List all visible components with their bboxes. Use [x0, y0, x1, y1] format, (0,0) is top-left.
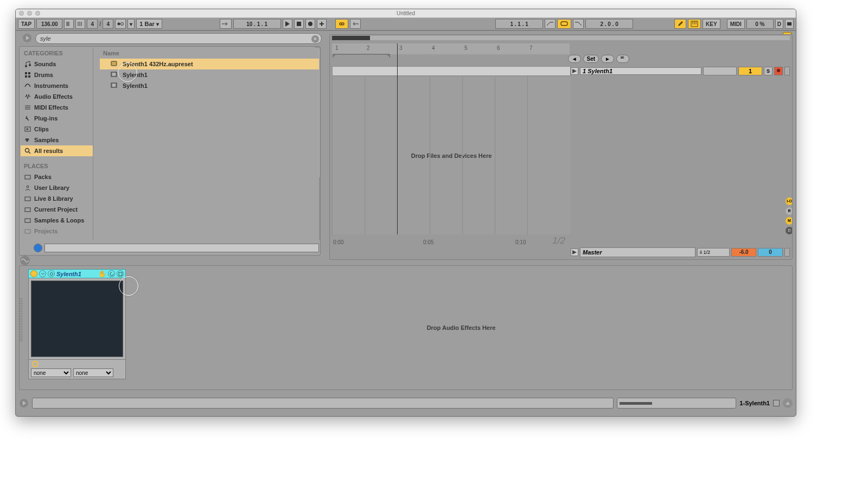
play-button[interactable] [283, 19, 292, 29]
svg-point-15 [25, 149, 29, 152]
place-user-library[interactable]: User Library [21, 182, 93, 193]
device-view-handle[interactable] [19, 298, 23, 342]
nudge-down-button[interactable] [64, 19, 74, 29]
clear-search-button[interactable]: ✕ [311, 35, 319, 43]
detail-view-play[interactable] [19, 398, 29, 408]
io-toggle[interactable]: I-O [786, 197, 793, 205]
delay-toggle[interactable]: D [786, 227, 793, 234]
automation-arm-button[interactable] [335, 19, 348, 29]
arrangement-position[interactable]: 10 . 1 . 1 [233, 19, 281, 29]
place-current-project[interactable]: Current Project [21, 204, 93, 215]
quantize-menu[interactable]: 1 Bar ▾ [136, 19, 162, 29]
draw-mode-button[interactable] [674, 19, 686, 29]
place-live-8-library[interactable]: Live 8 Library [21, 193, 93, 204]
punch-out-button[interactable] [573, 19, 584, 29]
set-locator-button[interactable]: Set [583, 55, 599, 63]
metronome-button[interactable] [115, 19, 126, 29]
drop-effects-area[interactable]: Drop Audio Effects Here [133, 269, 789, 386]
overview[interactable] [332, 36, 790, 40]
category-samples[interactable]: Samples [21, 135, 93, 145]
loop-button[interactable] [557, 19, 571, 29]
folder-icon [24, 217, 31, 224]
track-activator[interactable]: 1 [738, 67, 762, 75]
browser-preview-play[interactable] [22, 33, 32, 43]
stop-button[interactable] [294, 19, 304, 29]
tempo-field[interactable]: 136.00 [36, 19, 62, 29]
loop-start[interactable]: 1 . 1 . 1 [495, 19, 543, 29]
minimize-icon[interactable] [27, 11, 32, 16]
device-activator[interactable] [30, 270, 37, 277]
punch-in-button[interactable] [545, 19, 556, 29]
midi-map-button[interactable]: MIDI [727, 19, 745, 29]
overdub-button[interactable] [317, 19, 327, 29]
loop-length[interactable]: 2 . 0 . 0 [585, 19, 633, 29]
category-midi-effects[interactable]: MIDI Effects [21, 102, 93, 113]
category-all-results[interactable]: All results [21, 145, 93, 156]
category-clips[interactable]: Clips [21, 124, 93, 135]
nudge-up-button[interactable] [75, 19, 85, 29]
browser-search[interactable]: ✕ [35, 33, 322, 44]
key-map-button[interactable]: KEY [703, 19, 720, 29]
app-window: Untitled TAP 136.00 4 / 4 ▾ 1 Bar ▾ 10 .… [15, 9, 796, 417]
preview-toggle[interactable] [34, 244, 42, 252]
preset-select-b[interactable]: none [73, 368, 113, 377]
reenable-automation-button[interactable] [350, 19, 361, 29]
mixer-toggle[interactable]: M [786, 217, 793, 225]
category-instruments[interactable]: Instruments [21, 80, 93, 91]
zoom-icon[interactable] [35, 11, 40, 16]
metronome-dropdown[interactable]: ▾ [127, 19, 135, 29]
drop-files-area[interactable]: Drop Files and Devices Here [332, 77, 571, 234]
master-stop-button[interactable] [571, 248, 578, 256]
device-unfold-button[interactable] [117, 270, 124, 277]
time-ruler[interactable]: 0:00 0:05 0:10 [332, 237, 571, 245]
clip-detail-toggle[interactable] [783, 398, 793, 408]
returns-toggle[interactable]: R [786, 207, 793, 215]
time-sig-numerator[interactable]: 4 [87, 19, 98, 29]
groove-pool-toggle[interactable] [20, 256, 30, 265]
device-hot-swap-button[interactable] [48, 270, 55, 277]
preset-select-a[interactable]: none [31, 368, 71, 377]
category-sounds[interactable]: Sounds [21, 59, 93, 69]
device-save-button[interactable] [108, 270, 115, 277]
device-show-plugin-button[interactable] [39, 270, 46, 277]
place-projects[interactable]: Projects [21, 226, 93, 237]
category-drums[interactable]: Drums [21, 69, 93, 80]
track-volume-slider[interactable] [703, 67, 737, 75]
plugin-display[interactable] [31, 281, 123, 357]
result-item[interactable]: Sylenth1 [100, 80, 319, 91]
master-pan[interactable]: 0 [758, 248, 783, 257]
playhead[interactable] [397, 43, 398, 234]
track-stop-button[interactable] [571, 67, 578, 75]
place-packs[interactable]: Packs [21, 171, 93, 182]
record-button[interactable] [305, 19, 315, 29]
track-clip-area[interactable] [332, 66, 571, 76]
track-solo-button[interactable]: S [764, 67, 773, 75]
prev-locator-button[interactable]: ◄ [568, 55, 581, 63]
result-item[interactable]: Sylenth1 432Hz.aupreset [100, 59, 319, 69]
folder-icon [24, 195, 31, 202]
search-input[interactable] [40, 35, 309, 42]
category-audio-effects[interactable]: Audio Effects [21, 91, 93, 102]
device-title-bar[interactable]: Sylenth1 ✋ [28, 269, 126, 278]
follow-icon [222, 22, 229, 26]
time-sig-denominator[interactable]: 4 [103, 19, 113, 29]
overload-indicator[interactable]: D [775, 19, 783, 29]
next-locator-button[interactable]: ► [601, 55, 614, 63]
track-arm-button[interactable] [774, 67, 783, 75]
track-name[interactable]: 1 Sylenth1 [580, 67, 701, 75]
tap-tempo-button[interactable]: TAP [18, 19, 35, 29]
loop-brace[interactable] [332, 53, 392, 59]
computer-midi-keyboard-button[interactable] [688, 19, 701, 29]
result-item[interactable]: Sylenth1 [100, 69, 319, 80]
global-quantize[interactable]: ii 1/2 [697, 248, 730, 257]
close-icon[interactable] [19, 11, 24, 16]
master-volume[interactable]: -6.0 [731, 248, 756, 257]
follow-button[interactable] [220, 19, 232, 29]
preset-icon [111, 60, 118, 68]
master-name[interactable]: Master [580, 247, 695, 257]
marker-button[interactable] [616, 55, 629, 63]
beat-ruler[interactable]: 1 2 3 4 5 6 7 [332, 43, 570, 54]
place-samples-loops[interactable]: Samples & Loops [21, 215, 93, 226]
plugin-device: Sylenth1 ✋ none none [28, 269, 126, 382]
category-plug-ins[interactable]: Plug-ins [21, 113, 93, 124]
